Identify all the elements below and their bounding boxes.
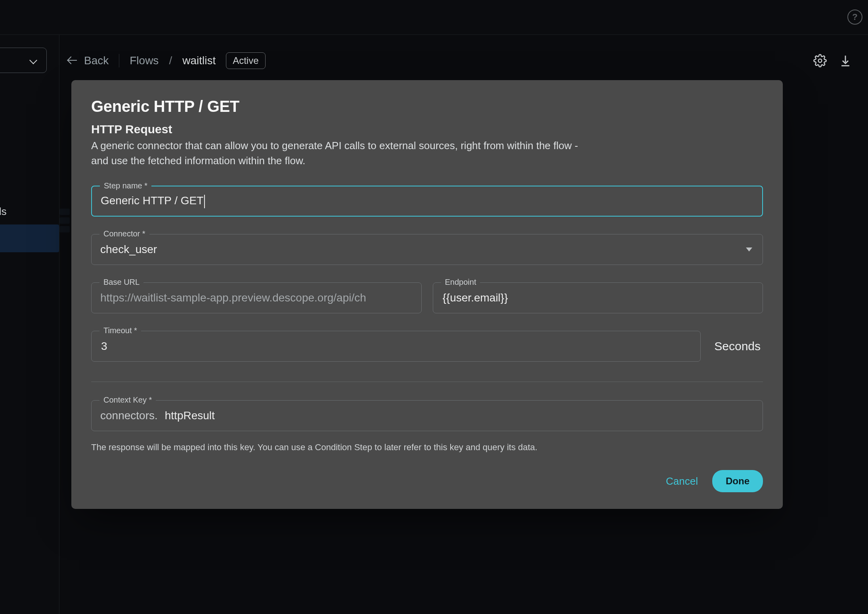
context-key-helper: The response will be mapped into this ke…: [91, 442, 763, 453]
base-url-placeholder: https://waitlist-sample-app.preview.desc…: [100, 292, 366, 304]
modal-description: A generic connector that can allow you t…: [91, 138, 583, 168]
base-url-field[interactable]: Base URL https://waitlist-sample-app.pre…: [91, 282, 422, 313]
done-button[interactable]: Done: [712, 470, 763, 492]
step-name-label: Step name *: [100, 181, 151, 190]
context-key-field[interactable]: Context Key * connectors.: [91, 400, 763, 431]
arrow-left-icon: [67, 55, 78, 66]
base-url-label: Base URL: [99, 278, 143, 287]
top-bar: ?: [0, 0, 868, 35]
timeout-row: Timeout * Seconds: [91, 331, 763, 362]
project-select[interactable]: [0, 48, 47, 73]
help-icon[interactable]: ?: [847, 10, 862, 25]
page-header: Back Flows / waitlist Active: [67, 47, 852, 75]
sidebar-item-active[interactable]: [0, 224, 59, 252]
step-name-field[interactable]: Step name * Generic HTTP / GET: [91, 186, 763, 217]
help-symbol: ?: [852, 12, 857, 22]
context-key-label: Context Key *: [99, 395, 156, 405]
endpoint-input[interactable]: [442, 291, 754, 305]
timeout-label: Timeout *: [99, 326, 141, 335]
breadcrumb-root[interactable]: Flows: [130, 54, 159, 67]
connector-value: check_user: [100, 243, 746, 256]
timeout-unit: Seconds: [712, 340, 763, 353]
header-actions: [813, 54, 852, 67]
connector-label: Connector *: [99, 229, 149, 238]
step-name-value: Generic HTTP / GET: [101, 194, 753, 208]
modal-form: Step name * Generic HTTP / GET Connector…: [91, 186, 763, 453]
gear-icon[interactable]: [813, 54, 827, 67]
cancel-button[interactable]: Cancel: [663, 471, 700, 491]
modal-title: Generic HTTP / GET: [91, 98, 763, 115]
breadcrumb-current: waitlist: [182, 54, 216, 67]
sidebar: hods: [0, 35, 59, 614]
text-caret: [204, 195, 205, 208]
divider-vertical: [119, 54, 119, 67]
timeout-field[interactable]: Timeout *: [91, 331, 701, 362]
dropdown-caret-icon: [746, 248, 752, 251]
breadcrumb-separator: /: [169, 54, 172, 67]
endpoint-label: Endpoint: [441, 278, 480, 287]
sidebar-item-label-truncated: hods: [0, 205, 6, 218]
modal-subtitle: HTTP Request: [91, 123, 763, 136]
context-key-prefix: connectors.: [100, 409, 158, 422]
back-button[interactable]: Back: [67, 54, 109, 67]
context-key-input[interactable]: [164, 409, 754, 422]
connector-select[interactable]: Connector * check_user: [91, 234, 763, 265]
download-icon[interactable]: [839, 54, 852, 67]
timeout-input[interactable]: [100, 340, 692, 353]
chevron-down-icon: [29, 56, 38, 65]
back-label: Back: [84, 54, 109, 67]
http-connector-modal: Generic HTTP / GET HTTP Request A generi…: [71, 80, 783, 509]
url-row: Base URL https://waitlist-sample-app.pre…: [91, 282, 763, 313]
svg-point-0: [818, 59, 822, 63]
canvas-node-peek: [59, 206, 71, 234]
form-divider: [91, 382, 763, 382]
endpoint-field[interactable]: Endpoint: [433, 282, 763, 313]
modal-actions: Cancel Done: [91, 470, 763, 492]
status-badge: Active: [226, 52, 265, 69]
